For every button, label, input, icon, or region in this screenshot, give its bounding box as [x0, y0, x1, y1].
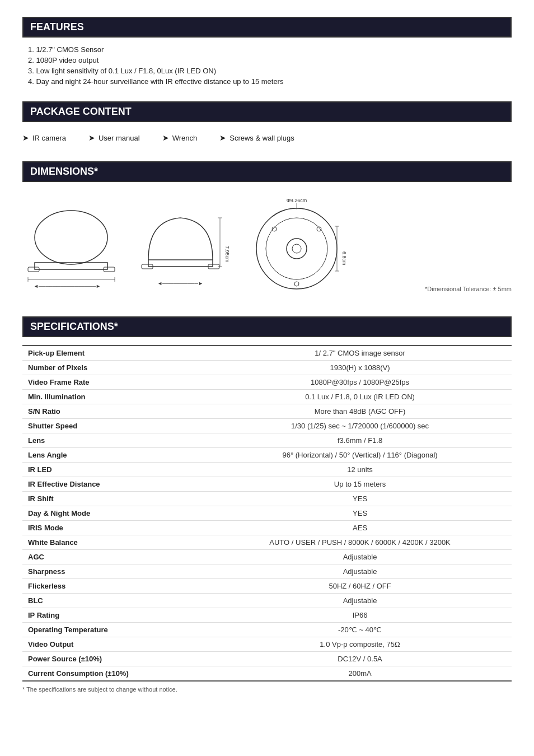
specs-footer: * The specifications are subject to chan…: [22, 686, 512, 693]
spec-value: 1/30 (1/25) sec ~ 1/720000 (1/600000) se…: [208, 419, 512, 433]
package-items-row: ➤IR camera➤User manual➤Wrench➤Screws & w…: [22, 130, 512, 146]
svg-point-21: [292, 244, 301, 253]
table-row: White Balance AUTO / USER / PUSH / 8000K…: [22, 535, 512, 550]
table-row: AGC Adjustable: [22, 550, 512, 564]
table-row: Day & Night Mode YES: [22, 506, 512, 521]
table-row: Operating Temperature -20℃ ~ 40℃: [22, 623, 512, 637]
package-item: ➤Wrench: [162, 133, 198, 142]
spec-label: Video Output: [22, 637, 208, 652]
spec-label: Operating Temperature: [22, 623, 208, 637]
spec-label: Number of Pixels: [22, 361, 208, 375]
spec-value: IP66: [208, 608, 512, 623]
table-row: IP Rating IP66: [22, 608, 512, 623]
spec-label: IP Rating: [22, 608, 208, 623]
spec-label: Video Frame Rate: [22, 375, 208, 390]
table-row: Lens Angle 96° (Horizontal) / 50° (Verti…: [22, 448, 512, 463]
spec-value: Adjustable: [208, 564, 512, 579]
table-row: Shutter Speed 1/30 (1/25) sec ~ 1/720000…: [22, 419, 512, 433]
spec-value: 1/ 2.7" CMOS image sensor: [208, 346, 512, 361]
specs-table: Pick-up Element 1/ 2.7" CMOS image senso…: [22, 345, 512, 682]
table-row: IR Effective Distance Up to 15 meters: [22, 477, 512, 492]
tolerance-note: *Dimensional Tolerance: ± 5mm: [425, 286, 512, 295]
spec-label: Current Consumption (±10%): [22, 666, 208, 682]
table-row: IR LED 12 units: [22, 463, 512, 477]
dimensions-section: DIMENSIONS* ◄────────────────►: [22, 161, 512, 301]
package-item: ➤Screws & wall plugs: [219, 133, 294, 142]
spec-value: 96° (Horizontal) / 50° (Vertical) / 116°…: [208, 448, 512, 463]
svg-rect-1: [35, 263, 107, 269]
spec-label: Min. Illumination: [22, 390, 208, 404]
table-row: Pick-up Element 1/ 2.7" CMOS image senso…: [22, 346, 512, 361]
table-row: IR Shift YES: [22, 492, 512, 506]
spec-label: Day & Night Mode: [22, 506, 208, 521]
spec-label: IRIS Mode: [22, 521, 208, 535]
spec-label: IR LED: [22, 463, 208, 477]
spec-value: 12 units: [208, 463, 512, 477]
table-row: S/N Ratio More than 48dB (AGC OFF): [22, 404, 512, 419]
table-row: BLC Adjustable: [22, 594, 512, 608]
svg-text:7.95cm: 7.95cm: [224, 246, 229, 263]
spec-value: More than 48dB (AGC OFF): [208, 404, 512, 419]
spec-label: Pick-up Element: [22, 346, 208, 361]
package-item-label: IR camera: [32, 134, 66, 142]
spec-label: Shutter Speed: [22, 419, 208, 433]
svg-text:◄────────────────►: ◄────────────────►: [34, 283, 101, 289]
spec-value: 1.0 Vp-p composite, 75Ω: [208, 637, 512, 652]
svg-text:◄──────────►: ◄──────────►: [157, 281, 203, 286]
table-row: Number of Pixels 1930(H) x 1088(V): [22, 361, 512, 375]
cam-drawing-1: ◄────────────────►: [22, 207, 120, 295]
table-row: Video Frame Rate 1080P@30fps / 1080P@25f…: [22, 375, 512, 390]
table-row: Sharpness Adjustable: [22, 564, 512, 579]
features-list: 1. 1/2.7" CMOS Sensor2. 1080P video outp…: [22, 45, 512, 86]
package-section: PACKAGE CONTENT ➤IR camera➤User manual➤W…: [22, 101, 512, 146]
table-row: Video Output 1.0 Vp-p composite, 75Ω: [22, 637, 512, 652]
package-heading: PACKAGE CONTENT: [22, 101, 512, 122]
spec-label: Lens Angle: [22, 448, 208, 463]
package-item: ➤IR camera: [22, 133, 66, 142]
specifications-section: SPECIFICATIONS* Pick-up Element 1/ 2.7" …: [22, 316, 512, 693]
svg-text:6.8cm: 6.8cm: [341, 251, 347, 265]
cam-drawing-3: Φ9.26cm 6.8cm: [241, 195, 353, 295]
table-row: IRIS Mode AES: [22, 521, 512, 535]
spec-value: 1080P@30fps / 1080P@25fps: [208, 375, 512, 390]
spec-value: 1930(H) x 1088(V): [208, 361, 512, 375]
spec-label: Flickerless: [22, 579, 208, 594]
spec-label: S/N Ratio: [22, 404, 208, 419]
spec-value: 0.1 Lux / F1.8, 0 Lux (IR LED ON): [208, 390, 512, 404]
table-row: Min. Illumination 0.1 Lux / F1.8, 0 Lux …: [22, 390, 512, 404]
dimensions-content: ◄────────────────► 7.95cm ◄──────────►: [22, 190, 512, 301]
spec-value: Adjustable: [208, 550, 512, 564]
spec-label: IR Effective Distance: [22, 477, 208, 492]
spec-value: f3.6mm / F1.8: [208, 433, 512, 448]
spec-label: BLC: [22, 594, 208, 608]
spec-value: Up to 15 meters: [208, 477, 512, 492]
feature-item: 2. 1080P video output: [28, 56, 512, 64]
spec-value: 200mA: [208, 666, 512, 682]
spec-label: IR Shift: [22, 492, 208, 506]
spec-label: AGC: [22, 550, 208, 564]
feature-item: 4. Day and night 24-hour surveillance wi…: [28, 77, 512, 86]
spec-label: Lens: [22, 433, 208, 448]
spec-label: Power Source (±10%): [22, 652, 208, 666]
package-item-label: User manual: [99, 134, 140, 142]
spec-value: AES: [208, 521, 512, 535]
package-item-label: Wrench: [172, 134, 198, 142]
spec-value: DC12V / 0.5A: [208, 652, 512, 666]
feature-item: 3. Low light sensitivity of 0.1 Lux / F1…: [28, 67, 512, 75]
svg-text:Φ9.26cm: Φ9.26cm: [287, 198, 307, 203]
table-row: Flickerless 50HZ / 60HZ / OFF: [22, 579, 512, 594]
svg-rect-8: [148, 260, 213, 267]
arrow-icon: ➤: [88, 133, 95, 142]
cam-drawing-2: 7.95cm ◄──────────►: [132, 204, 229, 295]
arrow-icon: ➤: [162, 133, 169, 142]
features-heading: FEATURES: [22, 17, 512, 38]
dimensions-heading: DIMENSIONS*: [22, 161, 512, 182]
spec-value: YES: [208, 492, 512, 506]
svg-point-18: [256, 208, 337, 289]
spec-value: 50HZ / 60HZ / OFF: [208, 579, 512, 594]
spec-value: Adjustable: [208, 594, 512, 608]
table-row: Power Source (±10%) DC12V / 0.5A: [22, 652, 512, 666]
features-section: FEATURES 1. 1/2.7" CMOS Sensor2. 1080P v…: [22, 17, 512, 86]
table-row: Current Consumption (±10%) 200mA: [22, 666, 512, 682]
table-row: Lens f3.6mm / F1.8: [22, 433, 512, 448]
